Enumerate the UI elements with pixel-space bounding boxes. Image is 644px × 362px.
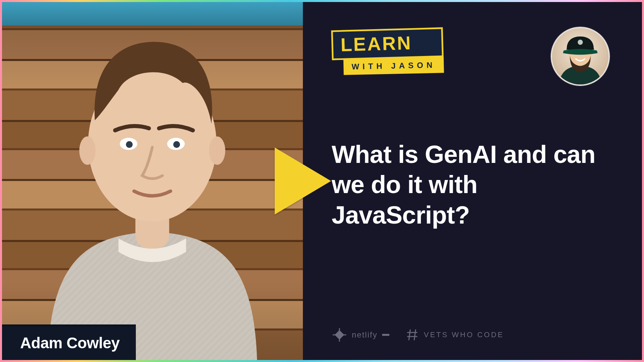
gradient-border: Adam Cowley LEARN WITH JASON bbox=[0, 0, 644, 362]
guest-name-bar: Adam Cowley bbox=[2, 324, 136, 360]
sponsor-netlify-label: netlify bbox=[352, 330, 378, 340]
svg-point-13 bbox=[578, 40, 583, 45]
svg-point-3 bbox=[209, 136, 225, 165]
hash-flag-icon bbox=[406, 329, 419, 341]
thumbnail-inner: Adam Cowley LEARN WITH JASON bbox=[2, 2, 642, 360]
guest-portrait bbox=[20, 2, 285, 360]
svg-rect-19 bbox=[382, 334, 389, 336]
svg-line-22 bbox=[409, 330, 410, 340]
guest-name: Adam Cowley bbox=[20, 334, 120, 352]
video-thumbnail[interactable]: Adam Cowley LEARN WITH JASON bbox=[0, 0, 644, 362]
show-logo-top: LEARN bbox=[331, 27, 443, 60]
episode-title: What is GenAI and can we do it with Java… bbox=[332, 139, 610, 230]
svg-point-7 bbox=[173, 141, 180, 148]
host-avatar bbox=[551, 27, 610, 86]
sponsor-vetswhocode: VETS WHO CODE bbox=[406, 329, 504, 341]
play-button[interactable] bbox=[275, 147, 331, 215]
netlify-icon bbox=[332, 327, 347, 343]
svg-point-6 bbox=[126, 141, 133, 148]
guest-panel: Adam Cowley bbox=[2, 2, 303, 360]
sponsor-vetswhocode-label: VETS WHO CODE bbox=[424, 330, 504, 339]
svg-rect-18 bbox=[335, 330, 344, 340]
dash-icon bbox=[382, 334, 389, 336]
sponsor-row: netlify bbox=[332, 327, 504, 343]
svg-line-23 bbox=[414, 330, 416, 340]
show-logo-bottom: WITH JASON bbox=[343, 57, 444, 75]
svg-point-2 bbox=[79, 136, 96, 165]
sponsor-netlify: netlify bbox=[332, 327, 390, 343]
show-logo: LEARN WITH JASON bbox=[331, 27, 444, 75]
info-panel: LEARN WITH JASON bbox=[303, 2, 642, 360]
